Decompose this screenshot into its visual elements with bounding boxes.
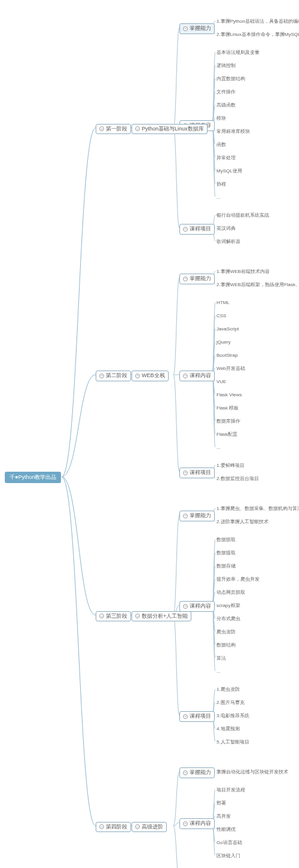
leaf-1-1-8: Flask 模板	[215, 405, 240, 412]
group-2-1[interactable]: −课程内容	[179, 601, 215, 612]
leaf-2-1-5-label: scrapy框架	[216, 603, 240, 609]
leaf-1-2-0-label: 1.爱鲜蜂项目	[216, 463, 245, 469]
toggle-icon[interactable]: −	[99, 126, 104, 131]
toggle-icon[interactable]: −	[135, 374, 140, 378]
leaf-0-1-4: 高级函数	[215, 102, 237, 109]
phase-sub-2-label: 数据分析+人工智能	[142, 613, 188, 620]
leaf-0-1-11-label: ...	[216, 195, 221, 201]
leaf-2-2-0-label: 1.爬虫攻防	[216, 687, 240, 693]
leaf-0-0-1: 2.掌握Linux基本操作命令，掌握MySQL进阶内容	[215, 31, 299, 38]
leaf-3-1-0-label: 项目开发流程	[216, 787, 245, 793]
toggle-icon[interactable]: −	[135, 824, 140, 829]
group-1-2-label: 课程项目	[190, 469, 211, 477]
leaf-0-0-0: 1.掌握Python基础语法，具备基础的编程能力	[215, 18, 299, 25]
leaf-3-1-5: 区块链入门	[215, 852, 242, 860]
leaf-2-1-10-label: ...	[216, 669, 221, 675]
leaf-3-1-1-label: 部署	[216, 800, 226, 806]
leaf-2-0-1-label: 2.进阶掌握人工智能技术	[216, 519, 269, 525]
phase-2[interactable]: −第三阶段	[96, 611, 131, 622]
leaf-1-1-4-label: BootStrap	[216, 353, 238, 359]
root-node[interactable]: 千●Python教学出品	[5, 472, 61, 484]
leaf-3-1-3-label: 性能调优	[216, 827, 236, 833]
leaf-2-1-1-label: 数据提取	[216, 550, 236, 556]
leaf-3-1-2: 高并发	[215, 813, 232, 820]
toggle-icon[interactable]: −	[183, 227, 188, 232]
group-1-1[interactable]: −课程内容	[179, 371, 215, 381]
phase-sub-0-label: Python基础与Linux数据库	[142, 126, 204, 133]
leaf-0-1-10: 协程	[215, 181, 227, 188]
leaf-3-1-5-label: 区块链入门	[216, 853, 240, 859]
leaf-1-1-8-label: Flask 模板	[216, 405, 239, 411]
leaf-0-1-7: 函数	[215, 141, 227, 148]
leaf-2-1-9-label: 算法	[216, 655, 226, 661]
toggle-icon[interactable]: −	[183, 604, 188, 609]
toggle-icon[interactable]: −	[99, 374, 104, 378]
group-1-0[interactable]: −掌握能力	[179, 274, 215, 284]
toggle-icon[interactable]: −	[183, 471, 188, 475]
leaf-0-1-0: 基本语法规则及变量	[215, 49, 261, 56]
toggle-icon[interactable]: −	[99, 824, 104, 829]
group-3-1[interactable]: −课程内容	[179, 818, 215, 829]
leaf-2-1-4: 动态网页抓取	[215, 589, 246, 596]
leaf-2-1-3-label: 提升效率，爬虫并发	[216, 576, 260, 582]
toggle-icon[interactable]: −	[183, 821, 188, 826]
leaf-0-1-2-label: 内置数据结构	[216, 76, 245, 82]
toggle-icon[interactable]: −	[183, 277, 188, 281]
phase-0[interactable]: −第一阶段	[96, 124, 131, 135]
toggle-icon[interactable]: −	[183, 714, 188, 719]
toggle-icon[interactable]: −	[183, 374, 188, 378]
phase-3[interactable]: −第四阶段	[96, 822, 131, 833]
group-1-1-label: 课程内容	[190, 372, 211, 380]
leaf-1-1-7: Flask Views	[215, 391, 243, 399]
leaf-0-1-3: 文件操作	[215, 89, 237, 96]
toggle-icon[interactable]: −	[99, 614, 104, 618]
leaf-1-0-0-label: 1.掌握WEB前端技术内容	[216, 269, 270, 275]
leaf-2-2-1-label: 2.图片马赛克	[216, 700, 245, 706]
leaf-1-1-9-label: 数据库操作	[216, 418, 240, 424]
leaf-2-1-10: ...	[215, 668, 222, 675]
toggle-icon[interactable]: −	[183, 26, 188, 31]
leaf-1-1-3-label: jQuery	[216, 339, 231, 345]
leaf-1-1-11-label: ...	[216, 445, 221, 451]
leaf-3-1-3: 性能调优	[215, 826, 237, 833]
leaf-1-1-7-label: Flask Views	[216, 392, 242, 398]
leaf-1-1-3: jQuery	[215, 339, 232, 346]
leaf-0-1-4-label: 高级函数	[216, 102, 236, 108]
group-2-0[interactable]: −掌握能力	[179, 511, 215, 521]
leaf-0-1-9-label: MySQL使用	[216, 168, 242, 174]
phase-sub-3-label: 高级进阶	[142, 824, 163, 831]
phase-1[interactable]: −第二阶段	[96, 371, 131, 381]
leaf-0-1-10-label: 协程	[216, 181, 226, 187]
group-2-2[interactable]: −课程项目	[179, 711, 215, 722]
leaf-1-1-5-label: Web开发基础	[216, 366, 245, 372]
leaf-0-1-6-label: 常用标准库模块	[216, 129, 250, 135]
leaf-2-0-0-label: 1.掌握爬虫、数据采集、数据机构与算法	[216, 506, 299, 512]
group-0-0[interactable]: −掌握能力	[179, 23, 215, 34]
leaf-1-0-1: 2.掌握WEB后端框架，熟练使用Flask、Tornado、Django	[215, 281, 299, 289]
group-3-0-label: 掌握能力	[190, 769, 211, 776]
leaf-2-1-4-label: 动态网页抓取	[216, 590, 245, 596]
leaf-0-1-5: 模块	[215, 115, 227, 122]
leaf-1-1-10: Flask配置	[215, 431, 239, 438]
leaf-2-2-3-label: 4.地震预测	[216, 726, 240, 732]
phase-3-label: 第四阶段	[106, 824, 127, 831]
group-1-0-label: 掌握能力	[190, 275, 211, 283]
leaf-2-1-6: 分布式爬虫	[215, 615, 242, 623]
leaf-2-1-7-label: 爬虫攻防	[216, 629, 236, 635]
toggle-icon[interactable]: −	[183, 514, 188, 518]
leaf-1-1-11: ...	[215, 444, 222, 451]
toggle-icon[interactable]: −	[135, 614, 140, 618]
leaf-2-0-1: 2.进阶掌握人工智能技术	[215, 518, 270, 526]
toggle-icon[interactable]: −	[183, 770, 188, 775]
leaf-2-1-8: 数据结构	[215, 642, 237, 649]
group-0-2[interactable]: −课程项目	[179, 224, 215, 235]
leaf-0-2-2: 歌词解析器	[215, 238, 242, 245]
phase-sub-1[interactable]: −WEB全栈	[132, 371, 169, 381]
group-3-0[interactable]: −掌握能力	[179, 767, 215, 778]
toggle-icon[interactable]: −	[135, 126, 140, 131]
group-1-2[interactable]: −课程项目	[179, 468, 215, 478]
phase-sub-2[interactable]: −数据分析+人工智能	[132, 611, 191, 622]
phase-sub-3[interactable]: −高级进阶	[132, 822, 167, 833]
phase-sub-0[interactable]: −Python基础与Linux数据库	[132, 124, 208, 135]
leaf-1-1-0-label: HTML	[216, 300, 230, 306]
